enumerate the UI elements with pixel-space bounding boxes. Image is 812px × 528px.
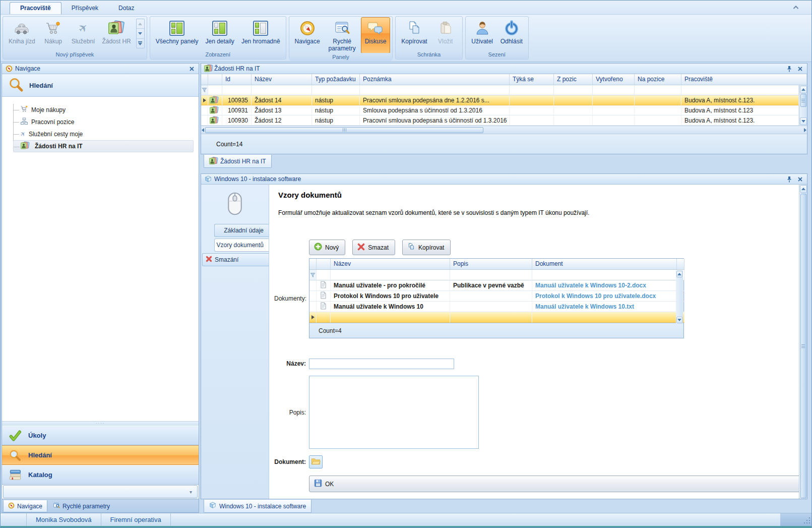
document-link[interactable]: Protokol k Windows 10 pro uživatele.docx — [532, 291, 677, 302]
vertical-scrollbar[interactable] — [799, 185, 807, 499]
nav-collapsed-combo[interactable]: ▾ — [3, 485, 198, 498]
gallery-down-button[interactable] — [137, 29, 144, 38]
grid-filter-row[interactable] — [309, 270, 683, 280]
rychle-parametry-button[interactable]: Rychlé parametry — [324, 18, 361, 53]
tab-navigace[interactable]: Navigace — [3, 500, 47, 512]
browse-document-button[interactable] — [309, 455, 323, 468]
ribbon-tab-pracoviste[interactable]: Pracoviště — [10, 2, 61, 14]
tree-item-moje-nakupy[interactable]: Moje nákupy — [13, 104, 196, 116]
table-row[interactable]: Protokol k Windows 10 pro uživatele Prot… — [309, 291, 683, 302]
button-label: Žádost HR — [102, 38, 131, 45]
side-tab-vzory-dokumentu[interactable]: Vzory dokumentů — [214, 239, 269, 252]
column-header-id[interactable]: Id — [222, 74, 252, 85]
vertical-scrollbar[interactable] — [676, 270, 683, 324]
gallery-more-button[interactable] — [137, 39, 144, 48]
column-header-nazev[interactable]: Název — [252, 74, 312, 85]
new-button[interactable]: Nový — [309, 240, 345, 255]
kopirovat-button[interactable]: Kopírovat — [398, 18, 430, 50]
nav-button-katalog[interactable]: Katalog — [2, 465, 199, 485]
search-section-header: Hledání — [2, 74, 199, 97]
copy-button[interactable]: Kopírovat — [402, 240, 451, 255]
table-row[interactable]: 100930 Žádost 12 nástup Pracovní smlouva… — [201, 115, 799, 126]
pin-icon[interactable] — [785, 65, 793, 72]
ribbon-tab-dotaz[interactable]: Dotaz — [108, 3, 144, 14]
button-label: Všechny panely — [156, 38, 199, 45]
column-header-dokument[interactable]: Dokument — [532, 259, 677, 270]
splitter-handle[interactable]: ···· — [2, 421, 199, 426]
kniha-jizd-button[interactable]: Kniha jízd — [5, 18, 39, 50]
column-header-vytvoreno[interactable]: Vytvořeno — [593, 74, 635, 85]
document-icon — [320, 291, 327, 301]
tab-zadosti-hr-na-it[interactable]: Žádosti HR na IT — [204, 155, 272, 168]
delete-x-icon — [357, 243, 365, 252]
sluzebni-button[interactable]: ✈ Služební — [68, 18, 99, 50]
close-icon[interactable] — [796, 175, 804, 183]
column-header-nazev[interactable]: Název — [331, 259, 450, 270]
scroll-up-button[interactable] — [676, 271, 682, 277]
close-icon[interactable] — [188, 65, 196, 72]
column-header-z-pozic[interactable]: Z pozic — [554, 74, 593, 85]
table-row[interactable]: Manuál uživatele - pro pokročilé Publika… — [309, 280, 683, 291]
document-link[interactable]: Manuál uživatele k Windows 10.txt — [532, 302, 677, 312]
table-row[interactable]: Manuál uživatele k Windows 10 Manuál uži… — [309, 302, 683, 312]
nakup-button[interactable]: Nákup — [39, 18, 68, 50]
chevron-down-icon: ▾ — [190, 489, 192, 495]
side-tab-zakladni-udaje[interactable]: Základní údaje — [214, 224, 269, 237]
user-icon — [474, 20, 491, 37]
column-header-poznamka[interactable]: Poznámka — [360, 74, 510, 85]
ribbon-tab-prispevek[interactable]: Příspěvek — [61, 3, 108, 14]
scroll-up-button[interactable] — [800, 86, 807, 93]
column-header-popis[interactable]: Popis — [450, 259, 532, 270]
scroll-thumb[interactable] — [800, 194, 806, 498]
scroll-right-button[interactable] — [804, 128, 806, 132]
column-header-na-pozice[interactable]: Na pozice — [635, 74, 681, 85]
vertical-scrollbar[interactable] — [799, 85, 807, 126]
new-row-selected[interactable] — [309, 312, 683, 323]
resize-grip[interactable] — [780, 513, 811, 526]
tab-windows-10-instalace[interactable]: Windows 10 - instalace software — [204, 500, 311, 513]
column-header-pracoviste[interactable]: Pracoviště — [681, 74, 807, 85]
ok-button[interactable]: OK — [309, 476, 807, 492]
jen-hromadne-button[interactable]: Jen hromadně — [238, 18, 284, 50]
grid-filter-row[interactable] — [201, 85, 799, 95]
nazev-input[interactable] — [309, 359, 454, 369]
table-row[interactable]: 100935 Žádost 14 nástup Pracovní smlouva… — [201, 95, 799, 105]
tree-item-zadosti-hr[interactable]: Žádosti HR na IT — [13, 140, 194, 152]
zadost-hr-button[interactable]: Žádost HR — [98, 18, 134, 50]
scroll-left-button[interactable] — [202, 128, 204, 132]
horizontal-scrollbar[interactable] — [201, 126, 807, 134]
scroll-down-button[interactable] — [676, 317, 682, 323]
scroll-thumb[interactable] — [800, 94, 806, 107]
compass-icon — [299, 20, 316, 37]
scroll-thumb[interactable] — [205, 127, 483, 133]
nav-button-ukoly[interactable]: Úkoly — [2, 426, 199, 445]
tree-item-sluzebni-cesty[interactable]: ✈ Služební cesty moje — [13, 128, 196, 140]
scroll-up-button[interactable] — [800, 185, 807, 193]
gallery-spinner — [136, 19, 145, 48]
tree-item-pracovni-pozice[interactable]: Pracovní pozice — [13, 116, 196, 128]
pin-icon[interactable] — [785, 175, 793, 183]
side-tab-smazani[interactable]: Smazání — [202, 253, 269, 266]
table-row[interactable]: 100931 Žádost 13 nástup Smlouva podepsán… — [201, 105, 799, 115]
delete-button[interactable]: Smazat — [352, 240, 395, 255]
ribbon-collapse-button[interactable] — [791, 3, 800, 11]
popis-textarea[interactable] — [309, 376, 479, 449]
column-header-tyka-se[interactable]: Týká se — [510, 74, 554, 85]
button-label: Vložit — [438, 38, 453, 45]
tab-rychle-parametry[interactable]: Rychlé parametry — [48, 500, 114, 512]
nav-button-hledani[interactable]: Hledání — [2, 445, 199, 465]
navigace-button[interactable]: Navigace — [291, 18, 324, 53]
jen-detaily-button[interactable]: Jen detaily — [202, 18, 238, 50]
column-header-typ[interactable]: Typ požadavku — [312, 74, 360, 85]
diskuse-button[interactable]: Diskuse — [361, 17, 391, 53]
odhlasit-button[interactable]: Odhlásit — [497, 18, 526, 50]
vsechny-panely-button[interactable]: Všechny panely — [152, 18, 202, 50]
button-label: Rychlé parametry — [327, 38, 357, 52]
uzivatel-button[interactable]: Uživatel — [468, 18, 497, 50]
gallery-up-button[interactable] — [137, 19, 144, 29]
requests-panel-header: Žádosti HR na IT — [201, 64, 807, 74]
scroll-down-button[interactable] — [800, 118, 807, 125]
close-icon[interactable] — [796, 65, 804, 72]
document-link[interactable]: Manuál uživatele k Windows 10-2.docx — [532, 280, 677, 291]
documents-toolbar: Nový Smazat Kopírovat — [309, 240, 807, 255]
